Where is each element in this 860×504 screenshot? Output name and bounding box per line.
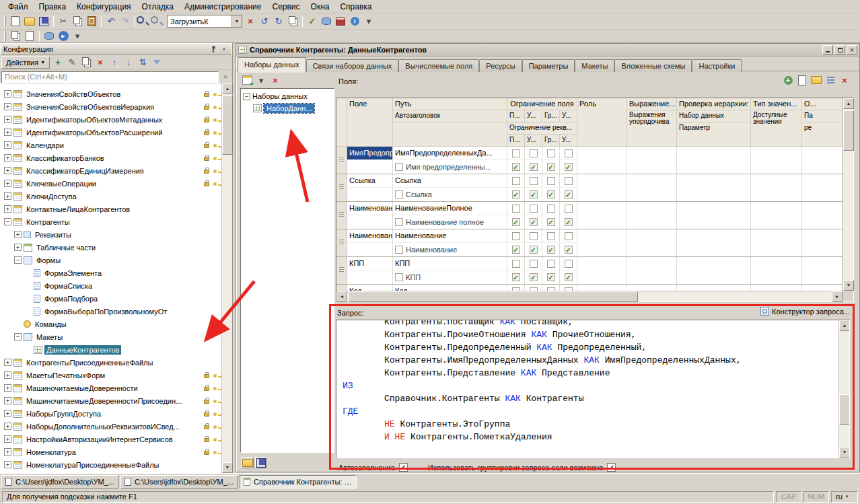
column-header-last-sub2[interactable]: ре bbox=[802, 122, 843, 147]
add-auto-field-icon[interactable] bbox=[795, 73, 809, 87]
tree-item[interactable]: +КонтрагентыПрисоединенныеФайлы bbox=[0, 356, 222, 369]
expand-icon[interactable]: + bbox=[4, 116, 11, 123]
expand-icon[interactable]: + bbox=[4, 167, 11, 174]
add-group-icon[interactable] bbox=[810, 73, 823, 87]
menu-item[interactable]: Правка bbox=[34, 1, 72, 13]
scroll-up-icon[interactable]: ▲ bbox=[222, 83, 233, 94]
title-checkbox[interactable] bbox=[395, 190, 403, 199]
menu-item[interactable]: Справка bbox=[334, 1, 377, 13]
column-header-c5[interactable]: П... bbox=[507, 135, 525, 147]
tab-item[interactable]: Вычисляемые поля bbox=[398, 59, 479, 73]
collapse-icon[interactable]: − bbox=[14, 256, 22, 264]
column-header-c2[interactable]: У... bbox=[525, 110, 542, 122]
restriction-attr-cell[interactable] bbox=[542, 188, 560, 201]
expand-icon[interactable]: + bbox=[4, 397, 11, 404]
checkbox-unchecked[interactable] bbox=[530, 205, 538, 213]
restriction-cell[interactable] bbox=[525, 174, 542, 188]
dataset-item[interactable]: НаборДанн... bbox=[241, 102, 334, 114]
restriction-attr-cell[interactable] bbox=[507, 271, 525, 284]
hierarchy-icon[interactable] bbox=[824, 73, 837, 87]
query-editor[interactable]: Контрагенты.Поставщик КАК Поставщик,Конт… bbox=[336, 320, 850, 458]
add-dataset-icon[interactable] bbox=[240, 73, 254, 87]
config-tree-scrollbar[interactable]: ▲ ▼ bbox=[221, 83, 232, 473]
menu-item[interactable]: Администрирование bbox=[179, 1, 266, 13]
column-header-valuetype-sub[interactable]: Доступные значения bbox=[751, 110, 802, 147]
field-path-cell[interactable]: Код bbox=[393, 285, 507, 291]
column-header-c1[interactable]: П... bbox=[507, 110, 525, 122]
restriction-cell[interactable] bbox=[507, 202, 525, 215]
nav-back-icon[interactable]: ↺ bbox=[258, 15, 271, 28]
checkbox-checked[interactable] bbox=[565, 163, 573, 171]
restriction-cell[interactable] bbox=[507, 257, 525, 271]
menu-item[interactable]: Отладка bbox=[137, 1, 179, 13]
tree-item[interactable]: +МашиночитаемыеДоверенностиПрисоедин... bbox=[0, 394, 222, 407]
restriction-attr-cell[interactable] bbox=[560, 188, 577, 201]
restriction-attr-cell[interactable] bbox=[507, 160, 525, 174]
checkbox-unchecked[interactable] bbox=[547, 232, 555, 240]
menu-item[interactable]: Файл bbox=[3, 1, 34, 13]
minimize-button[interactable] bbox=[822, 45, 833, 55]
expand-icon[interactable]: + bbox=[4, 384, 11, 392]
field-path-cell[interactable]: ИмяПредопределенныхДа... bbox=[393, 147, 507, 160]
column-header-c7[interactable]: Гр... bbox=[542, 135, 560, 147]
restriction-attr-cell[interactable] bbox=[525, 215, 542, 229]
checkbox-checked[interactable] bbox=[547, 190, 555, 199]
field-title-cell[interactable]: Наименование bbox=[393, 243, 507, 256]
window-title-bar[interactable]: Справочник Контрагенты: ДанныеКонтрагент… bbox=[236, 44, 859, 57]
update-db-config-icon[interactable] bbox=[320, 15, 333, 28]
expand-icon[interactable]: + bbox=[4, 423, 11, 430]
window-copy-icon[interactable] bbox=[286, 15, 299, 28]
checkbox-checked[interactable] bbox=[565, 246, 573, 254]
restriction-cell[interactable] bbox=[542, 257, 560, 271]
start-debugging-icon[interactable] bbox=[57, 30, 70, 43]
column-header-role[interactable]: Роль bbox=[577, 98, 627, 147]
restriction-cell[interactable] bbox=[507, 147, 525, 160]
expand-icon[interactable]: + bbox=[4, 410, 11, 417]
column-header-path[interactable]: Путь bbox=[393, 98, 507, 110]
move-down-icon[interactable]: ↓ bbox=[122, 56, 135, 69]
expand-icon[interactable]: + bbox=[4, 103, 11, 110]
restriction-attr-cell[interactable] bbox=[507, 188, 525, 201]
column-header-last[interactable]: О... bbox=[802, 98, 843, 110]
tree-item[interactable]: ФормаСписка bbox=[0, 279, 222, 292]
scroll-thumb[interactable] bbox=[843, 110, 854, 151]
expand-icon[interactable]: + bbox=[4, 359, 11, 366]
delete-dataset-icon[interactable]: × bbox=[268, 73, 282, 87]
query-constructor-button[interactable]: Конструктор запроса... bbox=[760, 307, 850, 316]
field-name-cell[interactable]: ИмяПредопр bbox=[347, 147, 393, 160]
tree-item[interactable]: +КлассификаторБанков bbox=[0, 151, 222, 164]
tree-item[interactable]: +ИдентификаторыОбъектовРасширений bbox=[0, 126, 222, 139]
restriction-cell[interactable] bbox=[560, 147, 577, 160]
tab-item[interactable]: Настройки bbox=[692, 59, 742, 73]
restriction-attr-cell[interactable] bbox=[507, 243, 525, 256]
tree-item[interactable]: +КонтактныеЛицаКонтрагентов bbox=[0, 203, 222, 215]
search-clear-icon[interactable]: × bbox=[220, 71, 231, 82]
title-checkbox[interactable] bbox=[395, 246, 403, 254]
checkbox-checked[interactable] bbox=[530, 273, 538, 281]
collapse-icon[interactable]: − bbox=[4, 218, 11, 225]
expand-icon[interactable]: + bbox=[4, 90, 11, 98]
tab-active[interactable]: Наборы данных bbox=[238, 57, 306, 73]
restriction-attr-cell[interactable] bbox=[525, 188, 542, 201]
checkbox-unchecked[interactable] bbox=[565, 205, 573, 213]
tree-item[interactable]: +Календари bbox=[0, 139, 222, 151]
checkbox-checked[interactable] bbox=[547, 163, 555, 171]
nav-forward-icon[interactable]: ↻ bbox=[272, 15, 285, 28]
collapse-icon[interactable]: − bbox=[243, 93, 250, 100]
expand-icon[interactable]: + bbox=[14, 231, 22, 238]
restriction-cell[interactable] bbox=[542, 174, 560, 188]
clear-search-icon[interactable]: × bbox=[244, 15, 257, 28]
checkbox-checked[interactable] bbox=[565, 273, 573, 281]
checkbox-unchecked[interactable] bbox=[565, 149, 573, 157]
scroll-down-icon[interactable]: ▼ bbox=[222, 462, 233, 473]
tree-item[interactable]: +НаборыГруппДоступа bbox=[0, 407, 222, 420]
expand-icon[interactable]: + bbox=[4, 154, 11, 161]
checkbox-unchecked[interactable] bbox=[547, 149, 555, 157]
restriction-cell[interactable] bbox=[560, 257, 577, 271]
restriction-attr-cell[interactable] bbox=[525, 160, 542, 174]
field-name-cell[interactable]: Наименован bbox=[347, 202, 393, 215]
expand-icon[interactable]: + bbox=[4, 435, 11, 443]
menu-item[interactable]: Окна bbox=[306, 1, 335, 13]
checkbox-unchecked[interactable] bbox=[565, 232, 573, 240]
cut-icon[interactable]: ✂ bbox=[57, 15, 70, 28]
